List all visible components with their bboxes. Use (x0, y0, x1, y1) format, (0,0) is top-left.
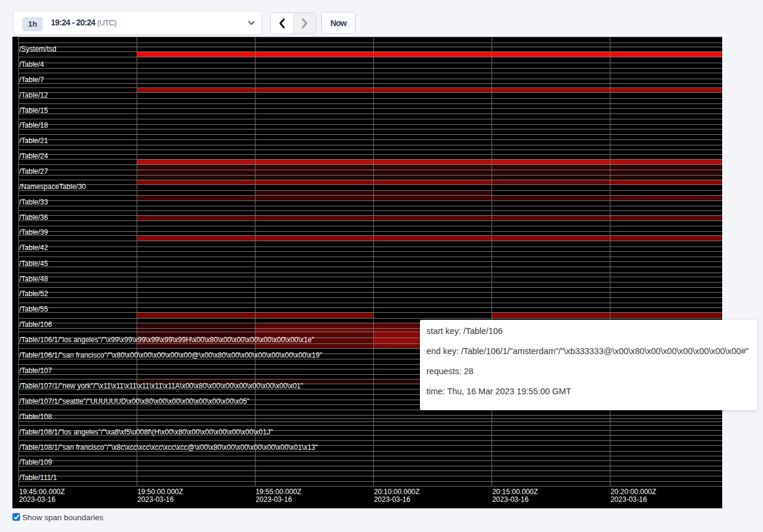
svg-text:/Table/52: /Table/52 (20, 290, 49, 298)
svg-text:/Table/42: /Table/42 (20, 244, 49, 252)
svg-text:/Table/24: /Table/24 (20, 152, 49, 160)
svg-text:/Table/107/1/"new york"/"\x11\: /Table/107/1/"new york"/"\x11\x11\x11\x1… (20, 382, 303, 390)
svg-text:20:10:00.000Z: 20:10:00.000Z (374, 488, 419, 496)
svg-text:/Table/109: /Table/109 (20, 458, 53, 466)
svg-text:/Table/7: /Table/7 (20, 76, 44, 84)
svg-text:2023-03-16: 2023-03-16 (492, 495, 529, 504)
svg-text:20:15:00.000Z: 20:15:00.000Z (492, 488, 538, 496)
svg-text:/Table/106/1/"san francisco"/": /Table/106/1/"san francisco"/"\x80\x00\x… (20, 351, 322, 359)
svg-text:19:50:00.000Z: 19:50:00.000Z (137, 488, 183, 496)
svg-text:/Table/12: /Table/12 (20, 91, 49, 99)
svg-text:/Table/15: /Table/15 (20, 106, 49, 115)
svg-text:/Table/4: /Table/4 (20, 60, 44, 69)
svg-text:/Table/33: /Table/33 (20, 198, 49, 206)
svg-text:/Table/108/1/"san francisco"/": /Table/108/1/"san francisco"/"\x8c\xcc\x… (20, 443, 318, 452)
svg-text:19:55:00.000Z: 19:55:00.000Z (256, 488, 301, 496)
svg-text:/Table/108/1/"los angeles"/"\x: /Table/108/1/"los angeles"/"\xa8\xf5\u00… (20, 428, 273, 436)
svg-text:2023-03-16: 2023-03-16 (374, 495, 410, 504)
svg-text:20:20:00.000Z: 20:20:00.000Z (610, 488, 656, 496)
svg-text:2023-03-16: 2023-03-16 (19, 495, 56, 504)
svg-text:/Table/18: /Table/18 (20, 121, 49, 129)
svg-text:2023-03-16: 2023-03-16 (256, 495, 292, 504)
svg-text:/Table/107: /Table/107 (20, 366, 53, 375)
svg-text:/Table/21: /Table/21 (20, 137, 49, 145)
svg-text:/Table/111/1: /Table/111/1 (20, 473, 57, 482)
svg-text:2023-03-16: 2023-03-16 (137, 495, 174, 504)
svg-text:/Table/39: /Table/39 (20, 228, 49, 236)
svg-text:19:45:00.000Z: 19:45:00.000Z (19, 488, 64, 496)
svg-text:/Table/55: /Table/55 (20, 305, 49, 313)
svg-text:/NamespaceTable/30: /NamespaceTable/30 (20, 183, 86, 191)
svg-text:/Table/48: /Table/48 (20, 275, 49, 283)
svg-text:/Table/106/1/"los angeles"/"\x: /Table/106/1/"los angeles"/"\x99\x99\x99… (20, 336, 315, 344)
svg-text:/Table/107/1/"seattle"/"UUUUUU: /Table/107/1/"seattle"/"UUUUUUD\x00\x80\… (20, 397, 250, 406)
svg-text:/Table/106: /Table/106 (20, 320, 53, 329)
svg-text:/Table/45: /Table/45 (20, 259, 49, 268)
svg-text:/System/tsd: /System/tsd (20, 45, 57, 53)
svg-text:/Table/36: /Table/36 (20, 213, 49, 222)
svg-text:/Table/27: /Table/27 (20, 167, 49, 176)
svg-text:/Table/108: /Table/108 (20, 413, 53, 421)
svg-text:2023-03-16: 2023-03-16 (610, 495, 647, 504)
